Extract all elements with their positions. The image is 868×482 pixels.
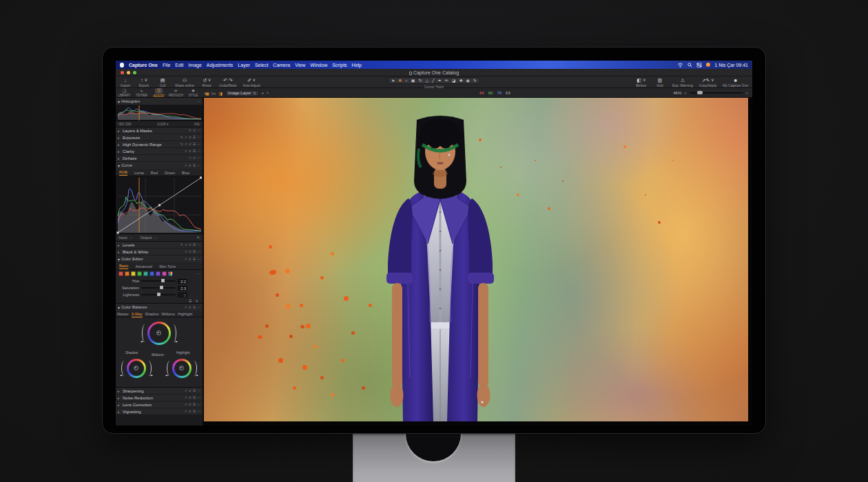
midtone-wheel[interactable] xyxy=(147,322,171,345)
my-capture-one-button[interactable]: ☻My Capture One xyxy=(723,78,748,87)
saturation-value[interactable]: 2.3 xyxy=(178,286,187,291)
menu-select[interactable]: Select xyxy=(255,63,268,67)
share-online-button[interactable]: ⚇Share online xyxy=(175,78,194,87)
capture-one-status-icon[interactable] xyxy=(706,63,710,67)
menu-help[interactable]: Help xyxy=(352,63,362,67)
eyedropper-tool-icon[interactable]: ✎ xyxy=(473,78,477,83)
zoom-in-icon[interactable]: ⌕ xyxy=(746,91,748,96)
auto-adjust-button[interactable]: ✐ ˅Auto Adjust xyxy=(242,78,260,87)
swatch-more-icon[interactable]: ⋯ xyxy=(197,272,200,275)
panel-action-icons[interactable]: ✎ ↗ ↺ ☰ ⋯ xyxy=(180,243,200,247)
color-editor-footer-icons[interactable]: ☰ ✎ xyxy=(189,299,200,303)
menu-window[interactable]: Window xyxy=(310,63,327,67)
menu-scripts[interactable]: Scripts xyxy=(332,63,347,67)
apple-menu-icon[interactable] xyxy=(120,63,124,67)
add-layer-button[interactable]: + xyxy=(262,91,265,95)
curve-tab-green[interactable]: Green xyxy=(165,169,175,176)
panel-color-balance-header[interactable]: ▾Color Balance ↗ ↺ ☰ ⋯ xyxy=(116,304,203,311)
curve-tab-red[interactable]: Red xyxy=(151,169,158,176)
panel-color-editor-header[interactable]: ▾Color Editor ↗ ↺ ☰ ⋯ xyxy=(116,255,203,262)
tab-retouch[interactable]: ✏RETOUCH xyxy=(168,88,184,98)
panel-action-icons[interactable]: ↗ ↺ ☰ ⋯ xyxy=(185,389,200,392)
panel-black-white[interactable]: ▸Black & White↗ ↺ ☰ ⋯ xyxy=(116,249,203,255)
cb-tab-highlight[interactable]: Highlight xyxy=(178,311,192,317)
grid-button[interactable]: ▥Grid xyxy=(654,78,666,87)
eraser-tool-icon[interactable]: ◪ xyxy=(452,78,456,83)
shape-tool-icon[interactable]: △ xyxy=(425,78,428,83)
multi-view-icon[interactable]: ▦ xyxy=(205,91,209,96)
panel-exposure[interactable]: ▸Exposure✎ ↗ ↺ ☰ ⋯ xyxy=(116,134,203,140)
ce-tab-skintone[interactable]: Skin Tone xyxy=(159,263,176,269)
photo-canvas[interactable] xyxy=(204,98,748,421)
panel-action-icons[interactable]: ↗ ↺ ⋯ xyxy=(189,156,200,160)
control-center-icon[interactable] xyxy=(696,63,702,67)
curve-tab-luma[interactable]: Luma xyxy=(134,169,144,176)
ce-tab-advanced[interactable]: Advanced xyxy=(135,263,152,269)
highlight-wheel[interactable] xyxy=(172,359,192,378)
add-layer-caret-icon[interactable]: ˅ xyxy=(267,91,269,95)
cull-button[interactable]: ▤Cull xyxy=(156,78,169,87)
copy-apply-button[interactable]: ↗✎ ˅Copy/Apply xyxy=(699,78,717,87)
panel-lens-correction[interactable]: ▸Lens Correction↗ ↺ ☰ ⋯ xyxy=(116,401,203,408)
cb-tab-3way[interactable]: 3-Way xyxy=(132,311,143,317)
tab-adjust[interactable]: ☰ADJUST xyxy=(151,88,167,98)
swatch-orange[interactable] xyxy=(125,271,130,276)
ce-tab-basic[interactable]: Basic xyxy=(119,262,128,269)
menu-clock[interactable]: 1 Nis Çar 09:41 xyxy=(714,63,748,67)
clone-tool-icon[interactable]: ◉ xyxy=(466,78,469,83)
curve-graph[interactable] xyxy=(116,176,203,234)
shadow-wheel[interactable] xyxy=(127,359,146,378)
menu-camera[interactable]: Camera xyxy=(273,63,290,67)
panel-more-icon[interactable]: ⋯ xyxy=(197,100,200,103)
curve-tab-blue[interactable]: Blue xyxy=(182,169,189,176)
swatch-yellow[interactable] xyxy=(131,271,136,276)
heal-tool-icon[interactable]: ✚ xyxy=(459,78,462,83)
select-tool-icon[interactable]: ➤ xyxy=(391,78,395,83)
single-view-icon[interactable]: ▭ xyxy=(212,91,216,96)
layer-select[interactable]: Image Layer ⇅ xyxy=(225,90,259,96)
panel-action-icons[interactable]: ↗ ↺ ☰ ⋯ xyxy=(185,396,200,399)
crop-tool-icon[interactable]: ▣ xyxy=(411,78,415,83)
swatch-green[interactable] xyxy=(137,271,142,276)
cb-tab-midtone[interactable]: Midtone xyxy=(161,311,175,317)
undo-redo-button[interactable]: ↶ ↷Undo/Redo xyxy=(219,78,236,87)
wifi-icon[interactable] xyxy=(677,63,683,67)
menu-layer[interactable]: Layer xyxy=(238,63,250,67)
panel-action-icons[interactable]: ↗ ↺ ☰ ⋯ xyxy=(185,258,200,261)
curve-picker-icon[interactable]: ✎ xyxy=(196,235,200,240)
import-button[interactable]: ↓Import xyxy=(119,78,132,87)
hue-slider-thumb[interactable] xyxy=(161,279,165,282)
swatch-red[interactable] xyxy=(118,271,123,276)
panel-action-icons[interactable]: ↗ ↺ ☰ ⋯ xyxy=(185,410,200,413)
panel-clarity[interactable]: ▸Clarity↗ ↺ ☰ ⋯ xyxy=(116,148,203,154)
panel-layers-masks[interactable]: ▸Layers & Masks✎ ↺ ⋯ xyxy=(116,127,203,134)
histogram-header[interactable]: ▾ Histogram ⋯ xyxy=(116,98,203,105)
exposure-warning-button[interactable]: ⚠Exp. Warning xyxy=(672,78,693,87)
swatch-purple[interactable] xyxy=(156,271,161,276)
panel-levels[interactable]: ▸Levels✎ ↗ ↺ ☰ ⋯ xyxy=(116,242,203,248)
rotate-tool-icon[interactable]: ↻ xyxy=(418,78,422,83)
panel-action-icons[interactable]: ↗ ↺ ☰ ⋯ xyxy=(185,306,200,309)
proof-view-icon[interactable]: ◨ xyxy=(218,91,223,96)
menu-image[interactable]: Image xyxy=(188,63,201,67)
panel-action-icons[interactable]: ✎ ↗ ↺ ☰ ⋯ xyxy=(180,136,200,139)
panel-action-icons[interactable]: ↗ ↺ ☰ ⋯ xyxy=(185,250,200,253)
swatch-magenta[interactable] xyxy=(162,271,167,276)
line-tool-icon[interactable]: ╱ xyxy=(432,78,435,83)
lightness-slider[interactable] xyxy=(141,294,176,295)
panel-curve-header[interactable]: ▾Curve ↗ ↺ ☰ ⋯ xyxy=(116,162,203,169)
menu-edit[interactable]: Edit xyxy=(175,63,183,67)
zoom-slider[interactable] xyxy=(690,92,743,94)
zoom-slider-thumb[interactable] xyxy=(697,91,703,94)
swatch-aqua[interactable] xyxy=(143,271,148,276)
tab-style[interactable]: ❖STYLE xyxy=(185,88,201,98)
panel-high-dynamic-range[interactable]: ▸High Dynamic Range✎ ↗ ↺ ☰ ⋯ xyxy=(116,141,203,147)
search-icon[interactable] xyxy=(688,63,692,67)
panel-noise-reduction[interactable]: ▸Noise Reduction↗ ↺ ☰ ⋯ xyxy=(116,395,203,401)
panel-action-icons[interactable]: ↗ ↺ ☰ ⋯ xyxy=(185,403,200,406)
hue-value[interactable]: 2.2 xyxy=(178,279,187,284)
panel-action-icons[interactable]: ✎ ↗ ↺ ☰ ⋯ xyxy=(180,143,200,146)
swatch-all-colors[interactable] xyxy=(168,271,173,276)
tab-tether[interactable]: ∿TETHER xyxy=(134,88,149,98)
export-button[interactable]: ↑ ˅Export xyxy=(138,78,150,87)
